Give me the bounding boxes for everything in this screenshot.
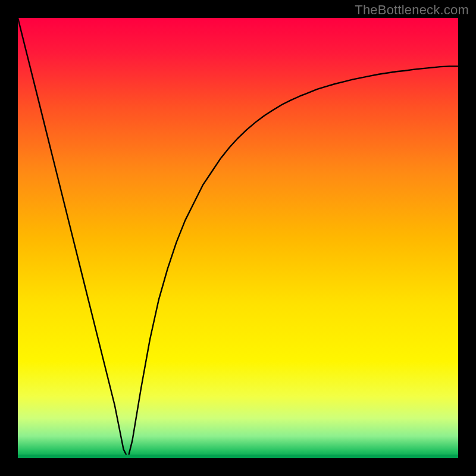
watermark-text: TheBottleneck.com [355, 2, 469, 18]
chart-background [18, 18, 458, 458]
chart-plot [18, 18, 458, 458]
chart-baseline [18, 455, 458, 458]
chart-frame: TheBottleneck.com [0, 0, 476, 476]
